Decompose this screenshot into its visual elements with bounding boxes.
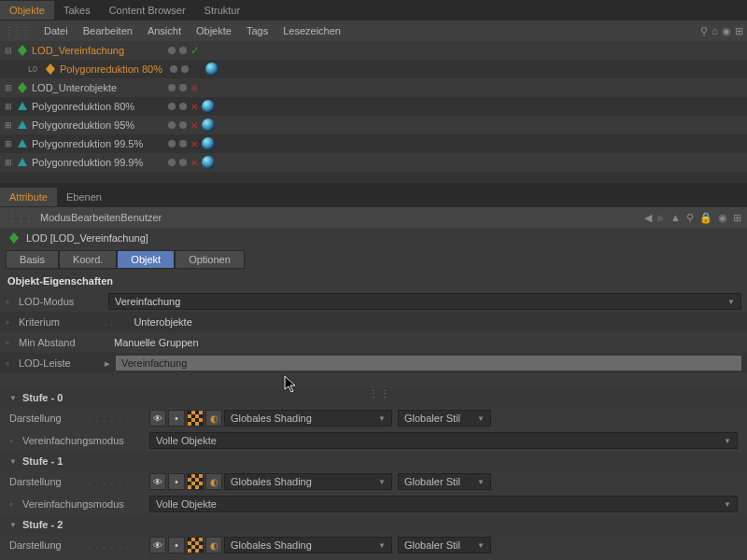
- render-dot-icon[interactable]: [181, 65, 189, 73]
- tab-struktur[interactable]: Struktur: [195, 1, 250, 20]
- render-dot-icon[interactable]: [179, 84, 187, 91]
- menu-modus[interactable]: Modus: [40, 212, 71, 223]
- ring-btn-icon[interactable]: ◐: [205, 473, 222, 490]
- material-sphere-icon[interactable]: [202, 137, 215, 150]
- checker-btn-icon[interactable]: [187, 473, 204, 490]
- shading-dropdown[interactable]: Globales Shading▼: [224, 537, 392, 553]
- anim-bullet-icon[interactable]: ◦: [6, 357, 19, 369]
- attribute-panel-tabs: Attribute Ebenen: [0, 187, 747, 207]
- lock-icon[interactable]: 🔒: [699, 212, 712, 224]
- tree-row[interactable]: ⊞ Polygonreduktion 99.5% ✕: [0, 134, 747, 153]
- render-dot-icon[interactable]: [179, 47, 187, 54]
- visibility-dot-icon[interactable]: [168, 159, 176, 166]
- tab-content-browser[interactable]: Content Browser: [100, 1, 195, 20]
- dot-btn-icon[interactable]: •: [168, 537, 185, 553]
- visibility-dot-icon[interactable]: [168, 47, 176, 54]
- stil-dropdown[interactable]: Globaler Stil▼: [398, 537, 491, 553]
- menu-bearbeiten[interactable]: Bearbeiten: [76, 23, 140, 38]
- expander-icon[interactable]: ⊞: [4, 120, 13, 130]
- stil-dropdown[interactable]: Globaler Stil▼: [398, 410, 491, 427]
- volle-dropdown[interactable]: Volle Objekte▼: [149, 432, 738, 449]
- anim-bullet-icon[interactable]: ◦: [6, 316, 19, 328]
- eye-btn-icon[interactable]: 👁: [149, 537, 166, 553]
- cross-icon[interactable]: ✕: [190, 120, 198, 131]
- shading-dropdown[interactable]: Globales Shading▼: [224, 410, 392, 427]
- checker-btn-icon[interactable]: [187, 410, 204, 427]
- eye-btn-icon[interactable]: 👁: [149, 410, 166, 427]
- check-icon[interactable]: ✓: [190, 44, 200, 57]
- lod-leiste-input[interactable]: Vereinfachung: [116, 356, 741, 371]
- menu-bearbeiten[interactable]: Bearbeiten: [71, 212, 120, 223]
- visibility-dot-icon[interactable]: [168, 140, 176, 147]
- expander-icon[interactable]: ⊟: [4, 46, 13, 55]
- ptab-koord[interactable]: Koord.: [59, 250, 117, 269]
- cross-icon[interactable]: ✕: [190, 83, 198, 93]
- ptab-objekt[interactable]: Objekt: [117, 250, 175, 269]
- tree-row[interactable]: ⊞ Polygonreduktion 80% ✕: [0, 97, 747, 116]
- tab-objekte[interactable]: Objekte: [0, 1, 54, 20]
- stil-dropdown[interactable]: Globaler Stil▼: [398, 473, 491, 490]
- tree-row[interactable]: ⊞ Polygonreduktion 99.9% ✕: [0, 153, 747, 172]
- visibility-dot-icon[interactable]: [168, 84, 176, 91]
- visibility-dot-icon[interactable]: [170, 65, 177, 73]
- ring-btn-icon[interactable]: ◐: [205, 410, 222, 427]
- home-icon[interactable]: ⌂: [712, 25, 718, 37]
- expander-icon[interactable]: ⊞: [4, 139, 13, 148]
- tree-row[interactable]: ⊟ LOD_Vereinfachung ✓: [0, 41, 747, 60]
- nav-up-icon[interactable]: ▲: [670, 212, 681, 223]
- tab-attribute[interactable]: Attribute: [0, 188, 57, 206]
- ring-btn-icon[interactable]: ◐: [205, 537, 222, 553]
- menu-benutzer[interactable]: Benutzer: [120, 212, 162, 223]
- material-sphere-icon[interactable]: [202, 156, 215, 169]
- lod-modus-dropdown[interactable]: Vereinfachung ▼: [108, 293, 741, 310]
- menu-objekte[interactable]: Objekte: [189, 23, 239, 38]
- ptab-basis[interactable]: Basis: [6, 250, 59, 269]
- expander-icon[interactable]: ⊞: [4, 83, 13, 92]
- material-sphere-icon[interactable]: [202, 119, 215, 132]
- expand-icon[interactable]: ⊞: [735, 25, 743, 37]
- material-sphere-icon[interactable]: [202, 100, 215, 113]
- ptab-optionen[interactable]: Optionen: [175, 250, 245, 269]
- expander-icon[interactable]: ⊞: [4, 102, 13, 111]
- menu-datei[interactable]: Datei: [36, 23, 76, 38]
- menu-ansicht[interactable]: Ansicht: [140, 23, 189, 38]
- tree-row[interactable]: L0 Polygonreduktion 80%: [0, 60, 747, 78]
- search-icon[interactable]: ⚲: [686, 212, 694, 224]
- render-dot-icon[interactable]: [179, 103, 187, 110]
- anim-bullet-icon[interactable]: ◦: [6, 296, 19, 307]
- visibility-dot-icon[interactable]: [168, 103, 176, 110]
- render-dot-icon[interactable]: [179, 140, 187, 147]
- cross-icon[interactable]: ✕: [190, 158, 198, 168]
- visibility-dot-icon[interactable]: [168, 121, 176, 129]
- tab-takes[interactable]: Takes: [54, 1, 100, 20]
- menu-tags[interactable]: Tags: [239, 23, 275, 38]
- eye-btn-icon[interactable]: 👁: [149, 473, 166, 490]
- tree-row[interactable]: ⊞ LOD_Unterobjekte ✕: [0, 78, 747, 97]
- shading-dropdown[interactable]: Globales Shading▼: [224, 473, 392, 490]
- dot-btn-icon[interactable]: •: [168, 473, 185, 490]
- drag-handle-icon[interactable]: ⋮⋮: [369, 388, 391, 399]
- cross-icon[interactable]: ✕: [190, 102, 198, 112]
- search-icon[interactable]: ⚲: [700, 25, 708, 37]
- expander-icon[interactable]: ⊞: [4, 158, 13, 167]
- prop-lod-modus: ◦ LOD-Modus Vereinfachung ▼: [0, 291, 747, 312]
- eye-icon[interactable]: ◉: [722, 25, 731, 37]
- render-dot-icon[interactable]: [179, 121, 187, 129]
- checker-btn-icon[interactable]: [187, 537, 204, 553]
- anim-bullet-icon[interactable]: ◦: [6, 337, 19, 348]
- volle-dropdown[interactable]: Volle Objekte▼: [149, 496, 738, 512]
- stage-2-header[interactable]: ▼ Stufe - 2: [0, 515, 747, 534]
- eye-icon[interactable]: ◉: [718, 212, 727, 224]
- cross-icon[interactable]: ✕: [190, 139, 198, 149]
- nav-back-icon[interactable]: ◀: [644, 212, 652, 224]
- menu-lesezeichen[interactable]: Lesezeichen: [275, 23, 348, 38]
- dot-btn-icon[interactable]: •: [168, 410, 185, 427]
- material-sphere-icon[interactable]: [205, 63, 218, 76]
- tree-row[interactable]: ⊞ Polygonreduktion 95% ✕: [0, 116, 747, 134]
- render-dot-icon[interactable]: [179, 159, 187, 166]
- tab-ebenen[interactable]: Ebenen: [57, 188, 111, 206]
- kriterium-value: Unterobjekte: [128, 315, 741, 329]
- stage-1-header[interactable]: ▼ Stufe - 1: [0, 452, 747, 470]
- nav-fwd-icon[interactable]: ▶: [657, 212, 665, 224]
- expand-icon[interactable]: ⊞: [733, 212, 741, 224]
